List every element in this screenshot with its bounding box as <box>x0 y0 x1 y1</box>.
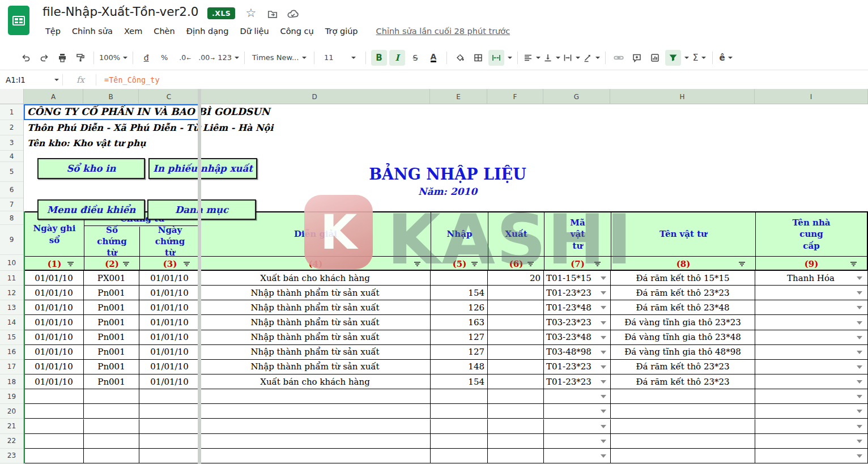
cell-D14[interactable]: Nhập thành phẩm từ sản xuất <box>200 315 431 329</box>
horizontal-align-button[interactable] <box>523 50 541 66</box>
select-all-corner[interactable] <box>0 89 24 104</box>
row-header-20[interactable]: 20 <box>0 404 23 419</box>
row-header-3[interactable]: 3 <box>0 135 23 151</box>
cell-C12[interactable]: 01/01/10 <box>139 286 200 300</box>
row-header-14[interactable]: 14 <box>0 315 23 330</box>
functions-button[interactable]: Σ <box>691 50 707 66</box>
menu-cong-cu[interactable]: Công cụ <box>275 25 320 37</box>
cell-I13[interactable] <box>755 300 866 314</box>
row-header-6[interactable]: 6 <box>0 182 23 198</box>
insert-chart-button[interactable] <box>647 50 663 66</box>
dropdown-arrow-icon[interactable] <box>601 351 606 354</box>
cell-H13[interactable]: Đá răm kết thô 23*48 <box>611 300 755 314</box>
cell-B21[interactable] <box>84 419 139 433</box>
cell-E18[interactable]: 154 <box>431 374 488 389</box>
font-size-select[interactable]: 11 <box>320 50 360 66</box>
filter-icon[interactable] <box>850 262 857 266</box>
cell-C20[interactable] <box>139 404 200 418</box>
cell-I14[interactable] <box>755 315 866 329</box>
cell-H17[interactable]: Đá răm kết thô 23*23 <box>611 360 755 374</box>
cell-H18[interactable]: Đá răm kết thô 23*23 <box>611 374 755 389</box>
row-header-17[interactable]: 17 <box>0 360 23 374</box>
filter-icon[interactable] <box>67 262 74 266</box>
cell-D20[interactable] <box>200 404 431 418</box>
cell-F17[interactable] <box>488 360 544 374</box>
dropdown-arrow-icon[interactable] <box>857 380 862 384</box>
cell-A12[interactable]: 01/01/10 <box>24 286 84 300</box>
dropdown-arrow-icon[interactable] <box>601 291 606 295</box>
cell-G16[interactable]: T03-48*98 <box>544 345 611 359</box>
cell-D19[interactable] <box>200 389 431 403</box>
document-title[interactable]: file-Nhập-Xuất-Tồn-ver2.0 <box>42 5 199 19</box>
row-header-18[interactable]: 18 <box>0 374 23 389</box>
cell-F15[interactable] <box>488 330 544 344</box>
cell-A14[interactable]: 01/01/10 <box>24 315 84 329</box>
cell-I17[interactable] <box>755 360 866 374</box>
dropdown-arrow-icon[interactable] <box>601 410 606 413</box>
cell-I11[interactable]: Thanh Hóa <box>755 271 866 285</box>
cell-F19[interactable] <box>488 389 544 403</box>
row-header-21[interactable]: 21 <box>0 419 23 434</box>
cell-H15[interactable]: Đá vàng tĩnh gia thô 23*48 <box>611 330 755 344</box>
cell-I23[interactable] <box>755 449 866 463</box>
dropdown-arrow-icon[interactable] <box>857 276 862 280</box>
filter-cell-(1)[interactable]: (1) <box>25 256 84 271</box>
cell-G12[interactable]: T01-23*23 <box>544 286 611 300</box>
row-header-7[interactable]: 7 <box>0 198 23 211</box>
column-header-I[interactable]: I <box>755 89 868 104</box>
cell-D17[interactable]: Nhập thành phẩm từ sản xuất <box>200 360 431 374</box>
cell-C21[interactable] <box>139 419 200 433</box>
cell-C22[interactable] <box>139 434 200 448</box>
cloud-status-icon[interactable] <box>286 7 300 22</box>
input-tools-button[interactable]: ê <box>718 50 734 66</box>
filter-icon[interactable] <box>739 262 745 266</box>
merge-cells-dropdown[interactable] <box>504 50 512 66</box>
row-header-16[interactable]: 16 <box>0 345 23 360</box>
menu-dieu-khien-button[interactable]: Menu điều khiển <box>37 199 145 220</box>
cell-I12[interactable] <box>755 286 866 300</box>
filter-cell-(2)[interactable]: (2) <box>84 256 140 271</box>
cell-I20[interactable] <box>755 404 866 418</box>
menu-du-lieu[interactable]: Dữ liệu <box>234 25 274 37</box>
name-box-dropdown[interactable] <box>54 79 59 81</box>
dropdown-arrow-icon[interactable] <box>601 380 606 384</box>
dropdown-arrow-icon[interactable] <box>857 440 862 443</box>
dropdown-arrow-icon[interactable] <box>857 410 862 413</box>
cell-H20[interactable] <box>611 404 755 418</box>
row-header-23[interactable]: 23 <box>0 449 23 463</box>
cell-C18[interactable]: 01/01/10 <box>139 374 200 389</box>
menu-tro-giup[interactable]: Trợ giúp <box>320 25 364 37</box>
cell-E15[interactable]: 127 <box>431 330 488 344</box>
text-wrap-button[interactable] <box>563 50 580 66</box>
dropdown-arrow-icon[interactable] <box>857 336 862 339</box>
cell-D16[interactable]: Nhập thành phẩm từ sản xuất <box>200 345 431 359</box>
dropdown-arrow-icon[interactable] <box>601 336 606 339</box>
dropdown-arrow-icon[interactable] <box>601 365 606 369</box>
cell-C11[interactable]: 01/01/10 <box>139 271 200 285</box>
formula-input[interactable]: =Tên_Công_ty <box>104 75 160 84</box>
row-header-19[interactable]: 19 <box>0 389 23 404</box>
font-select[interactable]: Times New... <box>250 50 309 66</box>
cell-D15[interactable]: Nhập thành phẩm từ sản xuất <box>200 330 431 344</box>
cell-B20[interactable] <box>84 404 139 418</box>
cell-A18[interactable]: 01/01/10 <box>24 374 84 389</box>
row-header-10[interactable]: 10 <box>0 255 23 271</box>
company-address[interactable]: Thôn Phú Diễn - Xã Phú Diễn - Từ Liêm - … <box>27 122 273 133</box>
decrease-decimal-button[interactable]: .0← <box>175 50 190 66</box>
cell-G19[interactable] <box>544 389 611 403</box>
cell-I16[interactable] <box>755 345 866 359</box>
zoom-select[interactable]: 100% <box>99 50 127 66</box>
menu-xem[interactable]: Xem <box>118 25 148 37</box>
column-header-G[interactable]: G <box>543 89 610 104</box>
cell-D22[interactable] <box>200 434 431 448</box>
print-button[interactable] <box>54 50 70 66</box>
cell-A13[interactable]: 01/01/10 <box>24 300 84 314</box>
cell-H22[interactable] <box>611 434 755 448</box>
cell-F12[interactable] <box>488 286 544 300</box>
merge-cells-button[interactable] <box>488 50 504 66</box>
more-formats-button[interactable]: 123 <box>218 50 239 66</box>
name-box[interactable]: A1:I1 <box>0 75 54 84</box>
borders-button[interactable] <box>470 50 486 66</box>
cell-F20[interactable] <box>488 404 544 418</box>
cell-H12[interactable]: Đá răm kết thô 23*23 <box>611 286 755 300</box>
